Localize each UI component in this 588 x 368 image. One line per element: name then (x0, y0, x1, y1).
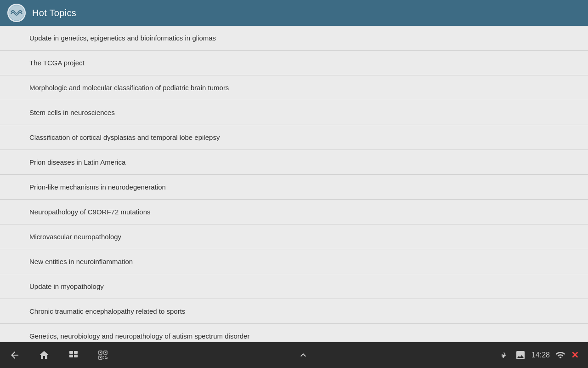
home-button[interactable] (39, 350, 50, 361)
home-icon (39, 350, 50, 361)
usb-icon (498, 350, 509, 361)
list-item[interactable]: Prion diseases in Latin America (0, 150, 588, 175)
topic-item-label: Classification of cortical dysplasias an… (29, 133, 220, 141)
topic-item-label: Neuropathology of C9ORF72 mutations (29, 208, 150, 216)
back-button[interactable] (9, 350, 20, 361)
topic-item-label: New entities in neuroinflammation (29, 258, 133, 265)
app-header: Hot Topics (0, 0, 588, 26)
list-item[interactable]: New entities in neuroinflammation (0, 249, 588, 274)
nav-right-group: 14:28 ✕ (498, 350, 579, 361)
back-icon (9, 350, 20, 361)
wifi-button (555, 350, 565, 360)
nav-left-group (9, 350, 108, 361)
topic-item-label: The TCGA project (29, 59, 85, 67)
close-button[interactable]: ✕ (571, 350, 579, 361)
recents-button[interactable] (68, 350, 79, 361)
up-button[interactable] (298, 350, 309, 361)
list-item[interactable]: Prion-like mechanisms in neurodegenerati… (0, 175, 588, 200)
topic-item-label: Prion-like mechanisms in neurodegenerati… (29, 183, 166, 191)
clock-display: 14:28 (531, 351, 550, 359)
list-item[interactable]: Neuropathology of C9ORF72 mutations (0, 200, 588, 224)
list-item[interactable]: The TCGA project (0, 51, 588, 75)
svg-rect-8 (100, 352, 101, 353)
screenshot-button[interactable] (515, 350, 526, 361)
list-item[interactable]: Stem cells in neurosciences (0, 100, 588, 125)
list-item[interactable]: Update in myopathology (0, 274, 588, 299)
svg-rect-4 (74, 355, 78, 357)
list-item[interactable]: Chronic traumatic encephalopathy related… (0, 299, 588, 324)
svg-rect-10 (100, 357, 101, 358)
svg-rect-1 (69, 351, 73, 354)
page-title: Hot Topics (32, 8, 76, 18)
list-item[interactable]: Genetics, neurobiology and neuropatholog… (0, 324, 588, 342)
topic-item-label: Prion diseases in Latin America (29, 158, 125, 166)
screenshot-icon (515, 350, 526, 361)
list-item[interactable]: Morphologic and molecular classification… (0, 75, 588, 100)
app-logo (7, 4, 26, 22)
nav-bar: 14:28 ✕ (0, 342, 588, 368)
topic-item-label: Update in myopathology (29, 282, 104, 290)
x-icon: ✕ (571, 350, 579, 361)
topic-item-label: Genetics, neurobiology and neuropatholog… (29, 332, 249, 340)
qr-icon (97, 350, 108, 361)
svg-rect-2 (74, 351, 78, 354)
recents-icon (68, 350, 79, 361)
topic-list: Update in genetics, epigenetics and bioi… (0, 26, 588, 342)
up-icon (298, 350, 309, 361)
topic-item-label: Update in genetics, epigenetics and bioi… (29, 34, 216, 42)
qr-button[interactable] (97, 350, 108, 361)
topic-item-label: Stem cells in neurosciences (29, 109, 115, 116)
topic-item-label: Microvascular neuropathology (29, 233, 121, 241)
nav-center-group (298, 350, 309, 361)
wifi-icon (555, 350, 565, 360)
usb-icon-button (498, 350, 509, 361)
list-item[interactable]: Update in genetics, epigenetics and bioi… (0, 26, 588, 51)
svg-rect-3 (69, 355, 73, 357)
list-item[interactable]: Microvascular neuropathology (0, 224, 588, 249)
list-item[interactable]: Classification of cortical dysplasias an… (0, 125, 588, 150)
topic-item-label: Chronic traumatic encephalopathy related… (29, 307, 185, 315)
topic-item-label: Morphologic and molecular classification… (29, 84, 229, 92)
svg-rect-9 (105, 352, 106, 353)
logo-icon (8, 5, 25, 21)
